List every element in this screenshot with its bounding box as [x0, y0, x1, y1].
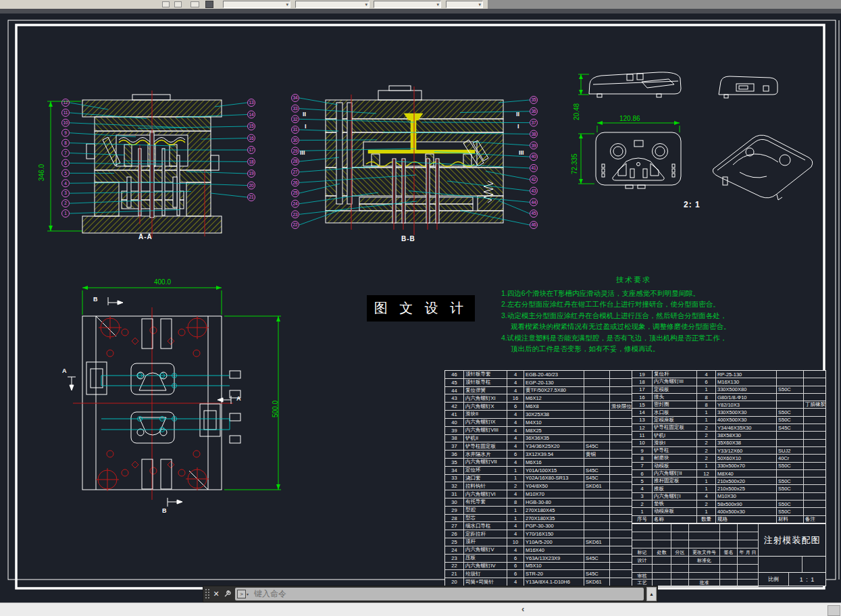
- table-cell: 滑块II: [464, 411, 507, 418]
- table-cell: 43: [445, 394, 464, 402]
- command-bar[interactable]: ✕ > ▾ 键入命令 ▲: [203, 586, 658, 602]
- title-block-cell: [720, 540, 738, 548]
- chevron-down-icon[interactable]: ▾: [247, 592, 249, 596]
- table-cell: 24: [445, 546, 464, 554]
- table-cell: 270X180X45: [524, 507, 584, 514]
- table-cell: [804, 432, 825, 438]
- table-cell: [584, 435, 610, 442]
- left-chevron-icon[interactable]: ‹: [521, 604, 524, 614]
- table-cell: 8: [632, 455, 653, 461]
- table-row: 45顶针板导柱4EGP-20-130: [445, 379, 632, 387]
- table-cell: S45C: [584, 570, 610, 578]
- wrench-icon[interactable]: [222, 590, 232, 598]
- balloon-number: 32: [292, 117, 298, 122]
- table-row: 39内六角螺钉VIII4M8X25: [445, 427, 632, 435]
- command-history-up-icon[interactable]: ▲: [646, 587, 657, 601]
- table-cell: EGP-20-130: [524, 379, 584, 386]
- table-cell: M8X25: [524, 427, 584, 434]
- command-placeholder: 键入命令: [254, 588, 286, 600]
- dim-2048: 20.48: [573, 103, 580, 120]
- table-cell: [610, 451, 632, 458]
- table-cell: [610, 394, 632, 402]
- table-cell: [804, 417, 825, 424]
- part-view-dimensions: [578, 74, 680, 184]
- table-cell: 400x500x30: [716, 508, 777, 515]
- title-block-cell: 更改文件号: [689, 548, 720, 557]
- table-cell: SKD61: [584, 482, 610, 490]
- balloon-number: 29: [292, 149, 298, 153]
- balloon-number: 37: [531, 120, 536, 125]
- table-cell: 铲导柱: [653, 447, 697, 454]
- table-cell: 动模座板: [653, 508, 697, 515]
- table-cell: 58x500x90: [716, 500, 777, 507]
- balloon-number: 6: [64, 161, 67, 165]
- table-cell: 13: [632, 417, 653, 424]
- table-cell: 50X60X10: [716, 455, 777, 461]
- command-input[interactable]: > ▾ 键入命令: [235, 588, 644, 600]
- table-cell: S50C: [777, 417, 804, 424]
- table-cell: [804, 371, 825, 378]
- table-cell: [804, 424, 825, 431]
- title-block-cell: 设计: [632, 557, 653, 565]
- table-row: 16接头8G80/1/8-Φ10: [632, 394, 825, 401]
- table-cell: 材料: [777, 516, 804, 523]
- table-cell: S45C: [584, 555, 610, 562]
- table-row: 31内六角螺钉VI4M10X70: [445, 490, 632, 498]
- balloon-number: 17: [249, 147, 254, 152]
- table-cell: [777, 394, 804, 401]
- table-row: 26定距拉杆4Y70/16X150: [445, 530, 632, 538]
- table-cell: [584, 498, 610, 506]
- table-cell: 4: [507, 411, 524, 418]
- balloon-number: 10: [63, 120, 68, 125]
- scrollbar-corner[interactable]: [827, 605, 840, 616]
- table-cell: 1: [632, 508, 653, 515]
- table-cell: Y34/46X35X30: [716, 424, 777, 431]
- title-block-cell: [653, 557, 671, 565]
- title-block-cell: 年 月 日: [738, 548, 759, 557]
- table-cell: 滑块限位: [610, 403, 632, 410]
- table-cell: 1: [507, 515, 524, 522]
- table-cell: 18: [632, 378, 653, 385]
- table-row: 15密封圈8Y82/10X3丁腈橡胶: [632, 401, 825, 409]
- command-prompt-icon: >: [237, 590, 246, 598]
- table-cell: 2: [697, 500, 716, 507]
- table-cell: 垫铁: [653, 500, 697, 507]
- table-cell: 规格: [716, 516, 777, 523]
- table-cell: [584, 515, 610, 522]
- table-cell: S50C: [777, 409, 804, 415]
- table-cell: [610, 442, 632, 450]
- balloon-number: 42: [531, 177, 536, 182]
- table-cell: 2: [697, 424, 716, 431]
- table-cell: 压板: [464, 555, 507, 562]
- table-row: 序号名称数量规格材料备注: [632, 516, 825, 523]
- table-cell: 29: [445, 507, 464, 514]
- table-cell: RP-25-130: [716, 371, 777, 378]
- dim-346: 346.0: [38, 164, 45, 181]
- balloon-number: 30: [292, 138, 298, 143]
- title-block-cell: [671, 573, 689, 580]
- tech-requirement-line: 3.动定模主分型面应涂红丹在合模机上进行压合，然后研合分型面各处，: [501, 310, 792, 321]
- table-cell: 3: [632, 493, 653, 500]
- table-cell: 30: [445, 498, 464, 506]
- balloon-number: 34: [292, 95, 298, 100]
- table-cell: 数量: [697, 516, 716, 523]
- table-cell: 水口板: [653, 409, 697, 415]
- title-block: 标记处数分区更改文件号签名年 月 日设计标准化审核工艺批准 注射模装配图 比例 …: [632, 523, 826, 586]
- table-cell: 12: [632, 424, 653, 431]
- table-cell: [584, 371, 610, 378]
- table-cell: [804, 493, 825, 500]
- table-cell: 6: [507, 570, 524, 578]
- close-icon[interactable]: ✕: [211, 590, 222, 598]
- table-row: 18内六角螺钉III6M16X130: [632, 378, 825, 386]
- scale-label: 2: 1: [684, 200, 700, 209]
- title-block-cell: [738, 573, 759, 580]
- drag-grip-icon[interactable]: [205, 588, 211, 600]
- table-cell: 铲导柱固定板: [464, 442, 507, 450]
- balloon-number: 13: [249, 100, 254, 105]
- table-cell: PGP-30-300: [524, 522, 584, 530]
- tech-requirements-lines: 1.四边6个滑块在T形槽内应滑动灵活，支座感觉不到明显间隙。2.左右分型面应涂红…: [501, 288, 792, 354]
- cad-application-window: ▾ ▾ ▾ ▾: [0, 0, 841, 616]
- table-cell: 23: [445, 555, 464, 562]
- balloon-number: 16: [249, 136, 254, 140]
- table-cell: [584, 522, 610, 530]
